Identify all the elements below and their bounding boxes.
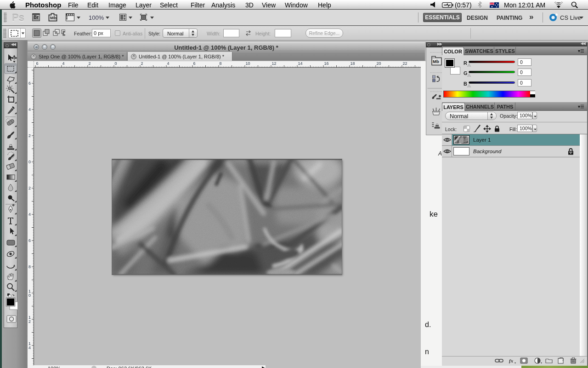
svg-text:2: 2 — [28, 319, 31, 324]
svg-text:18: 18 — [351, 61, 355, 66]
svg-text:4: 4 — [28, 345, 31, 350]
svg-text:6: 6 — [28, 81, 31, 86]
svg-text:fx: fx — [509, 358, 514, 363]
svg-text:20: 20 — [377, 61, 381, 66]
svg-text:4: 4 — [167, 61, 170, 66]
svg-text:8: 8 — [220, 61, 222, 66]
svg-text:2: 2 — [89, 61, 91, 66]
svg-text:6: 6 — [36, 61, 39, 66]
svg-text:2: 2 — [28, 133, 31, 138]
svg-text:4: 4 — [28, 107, 31, 112]
svg-text:12: 12 — [272, 61, 277, 66]
svg-text:22: 22 — [403, 61, 407, 66]
svg-text:2: 2 — [28, 186, 31, 190]
svg-text:Mb: Mb — [433, 59, 439, 64]
svg-text:0: 0 — [28, 293, 31, 298]
svg-text:0: 0 — [115, 61, 117, 66]
svg-text:6: 6 — [28, 238, 31, 243]
svg-text:4: 4 — [62, 61, 65, 66]
svg-text:4: 4 — [28, 212, 31, 217]
svg-text:6: 6 — [193, 61, 196, 66]
svg-text:2: 2 — [141, 61, 143, 66]
svg-text:10: 10 — [246, 61, 250, 66]
svg-text:14: 14 — [298, 61, 303, 66]
svg-text:8: 8 — [28, 264, 31, 269]
svg-text:16: 16 — [324, 61, 329, 66]
svg-text:0: 0 — [28, 160, 31, 164]
svg-text:Mb: Mb — [50, 15, 57, 20]
